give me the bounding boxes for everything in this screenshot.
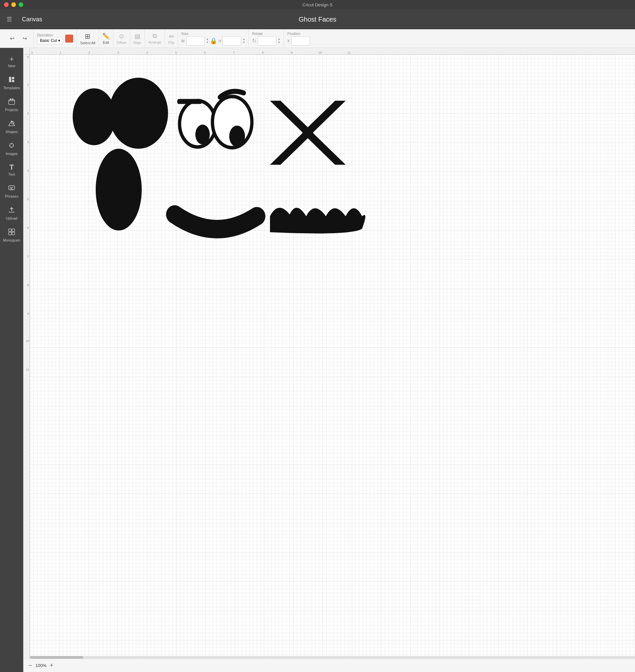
offset-section: ⊙ Offset <box>113 29 130 47</box>
ruler-tick-v-2: 2 <box>27 112 29 115</box>
upload-icon <box>8 206 15 215</box>
position-input-group: X <box>287 36 309 46</box>
menu-icon[interactable]: ☰ <box>7 16 12 23</box>
ruler-tick-9: 9 <box>290 51 292 54</box>
shape-frown-mouth[interactable] <box>175 215 257 229</box>
sidebar-item-images[interactable]: Images <box>0 138 23 160</box>
sidebar-item-text-label: Text <box>8 172 15 176</box>
ruler-tick-v-4: 4 <box>27 169 29 172</box>
arrange-button[interactable]: ⧉ Arrange <box>148 33 161 44</box>
lock-icon[interactable]: 🔒 <box>210 37 217 45</box>
zoom-decrease-button[interactable]: − <box>28 662 32 669</box>
ruler-tick-v-0: 0 <box>27 55 29 59</box>
canvas-area[interactable]: 0 1 2 3 4 5 6 7 8 9 10 11 0 1 <box>23 48 635 672</box>
ruler-tick-v-1: 1 <box>27 83 29 86</box>
ruler-corner <box>23 48 30 55</box>
ruler-tick-v-7: 7 <box>27 255 29 258</box>
monogram-icon <box>8 228 15 237</box>
canvas-grid[interactable] <box>30 55 635 659</box>
flip-section: ⇔ Flip <box>165 29 178 47</box>
operation-section: Operation Basic Cut ▾ <box>34 29 77 47</box>
operation-dropdown[interactable]: Basic Cut ▾ <box>37 37 63 44</box>
undo-button[interactable]: ↩ <box>7 33 17 44</box>
select-all-button[interactable]: ⊞ Select All <box>80 32 95 45</box>
ruler-tick-v-6: 6 <box>27 226 29 230</box>
maximize-button[interactable] <box>19 2 23 7</box>
size-input-group: W ▲ ▼ 🔒 H ▲ ▼ <box>181 36 245 46</box>
sidebar-item-shapes[interactable]: Shapes <box>0 116 23 138</box>
shape-right-pupil[interactable] <box>229 126 245 147</box>
ruler-tick-4: 4 <box>146 51 148 54</box>
width-stepper[interactable]: ▲ ▼ <box>206 38 209 44</box>
ruler-tick-v-3: 3 <box>27 140 29 144</box>
x-label: X <box>287 39 289 43</box>
rotate-section: Rotate ↻ ▲ ▼ <box>249 29 284 47</box>
sidebar-item-new[interactable]: ＋ New <box>0 51 23 72</box>
svg-rect-3 <box>9 100 15 104</box>
shape-big-circle[interactable] <box>109 78 168 149</box>
height-input[interactable] <box>222 36 241 46</box>
offset-button[interactable]: ⊙ Offset <box>117 33 126 45</box>
minimize-button[interactable] <box>11 2 16 7</box>
align-label: Align <box>133 41 141 45</box>
sidebar-item-monogram[interactable]: Monogram <box>0 224 23 246</box>
shapes-icon <box>8 120 15 128</box>
ruler-tick-10: 10 <box>318 51 322 54</box>
sidebar-item-upload[interactable]: Upload <box>0 202 23 224</box>
flip-label: Flip <box>168 41 174 45</box>
edit-label: Edit <box>103 41 109 45</box>
svg-rect-12 <box>12 229 15 232</box>
svg-rect-1 <box>12 77 14 79</box>
ruler-tick-3: 3 <box>117 51 119 54</box>
undo-redo-section: ↩ ↪ <box>3 29 34 47</box>
ruler-tick-v-10: 10 <box>26 339 29 343</box>
shape-chevron-left[interactable] <box>302 101 346 165</box>
size-section: Size W ▲ ▼ 🔒 H ▲ ▼ <box>178 29 249 47</box>
shape-tall-oval[interactable] <box>96 149 141 231</box>
sidebar-item-phrases[interactable]: Phrases <box>0 180 23 202</box>
ruler-tick-5: 5 <box>175 51 177 54</box>
title-bar: Cricut Design S <box>0 0 635 9</box>
edit-button[interactable]: ✏️ Edit <box>103 33 110 45</box>
x-input[interactable] <box>291 36 310 46</box>
sidebar-item-text[interactable]: T Text <box>0 160 23 180</box>
align-section: ▤ Align <box>130 29 145 47</box>
rotate-input[interactable] <box>258 36 276 46</box>
operation-label: Operation <box>37 33 63 37</box>
flip-button[interactable]: ⇔ Flip <box>168 33 174 45</box>
ruler-tick-11: 11 <box>347 51 351 54</box>
rotate-stepper[interactable]: ▲ ▼ <box>278 38 280 44</box>
traffic-lights[interactable] <box>4 2 23 7</box>
width-input[interactable] <box>186 36 205 46</box>
bottom-bar: − 100% + <box>23 659 635 672</box>
scrollbar-thumb[interactable] <box>30 656 83 659</box>
ruler-tick-v-8: 8 <box>27 284 29 287</box>
sidebar-item-monogram-label: Monogram <box>3 238 21 242</box>
rotate-icon: ↻ <box>252 38 256 44</box>
align-button[interactable]: ▤ Align <box>133 33 141 45</box>
ruler-tick-6: 6 <box>203 51 206 54</box>
shape-left-eyebrow[interactable] <box>177 99 202 104</box>
shape-fluffy-bottom[interactable] <box>270 208 365 233</box>
rotate-input-group: ↻ ▲ ▼ <box>252 36 280 46</box>
new-icon: ＋ <box>8 55 15 63</box>
text-icon: T <box>9 164 14 171</box>
shape-left-pupil[interactable] <box>196 124 210 144</box>
scrollbar-track[interactable] <box>30 656 635 659</box>
arrange-label: Arrange <box>148 40 161 44</box>
sidebar-item-new-label: New <box>8 64 15 68</box>
redo-button[interactable]: ↪ <box>19 33 30 44</box>
sidebar-item-shapes-label: Shapes <box>5 130 18 134</box>
close-button[interactable] <box>4 2 9 7</box>
ruler-tick-v-11: 11 <box>26 368 29 371</box>
sidebar-item-projects[interactable]: Projects <box>0 94 23 116</box>
color-swatch[interactable] <box>65 35 73 43</box>
svg-rect-2 <box>12 80 14 82</box>
ruler-tick-1: 1 <box>59 51 61 54</box>
sidebar-item-phrases-label: Phrases <box>5 194 18 198</box>
sidebar-item-templates[interactable]: Templates <box>0 72 23 94</box>
zoom-increase-button[interactable]: + <box>50 662 53 669</box>
shapes-layer <box>30 55 635 659</box>
height-stepper[interactable]: ▲ ▼ <box>242 38 245 44</box>
sidebar-item-templates-label: Templates <box>3 86 20 90</box>
